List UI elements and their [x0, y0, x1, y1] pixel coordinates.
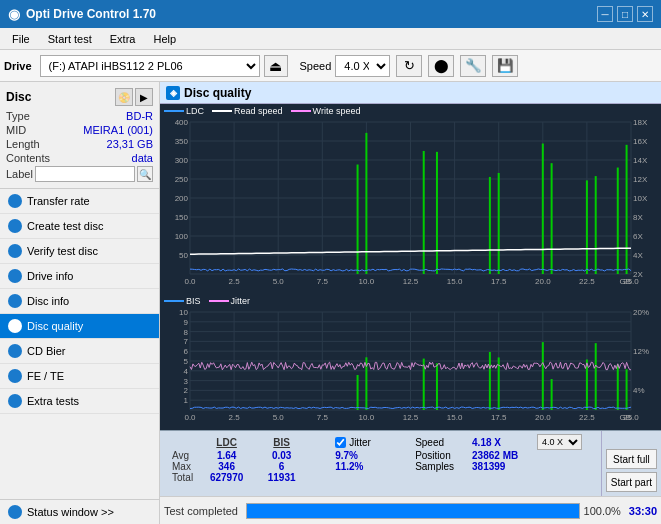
speed-current: 4.18 X	[466, 434, 531, 450]
dq-icon: ◈	[166, 86, 180, 100]
refresh-button[interactable]: ↻	[396, 55, 422, 77]
menu-extra[interactable]: Extra	[102, 31, 144, 47]
start-part-button[interactable]: Start part	[606, 472, 657, 492]
disc-icon-2[interactable]: ▶	[135, 88, 153, 106]
ldc-header: LDC	[199, 434, 254, 450]
app-icon: ◉	[8, 6, 20, 22]
drive-select[interactable]: (F:) ATAPI iHBS112 2 PL06	[40, 55, 260, 77]
position-value: 23862 MB	[466, 450, 531, 461]
menu-file[interactable]: File	[4, 31, 38, 47]
close-button[interactable]: ✕	[637, 6, 653, 22]
progress-bar-container	[246, 503, 580, 519]
stats-bar: LDC BIS Jitter Speed 4.18 X	[160, 430, 661, 496]
app-title: Opti Drive Control 1.70	[26, 7, 156, 21]
avg-jitter: 9.7%	[329, 450, 409, 461]
disc-icon-1[interactable]: 📀	[115, 88, 133, 106]
speed-select[interactable]: 4.0 X	[335, 55, 390, 77]
max-ldc: 346	[199, 461, 254, 472]
nav-disc-quality[interactable]: Disc quality	[0, 314, 159, 339]
label-input[interactable]	[35, 166, 135, 182]
nav-drive-info[interactable]: Drive info	[0, 264, 159, 289]
label-key: Label	[6, 168, 33, 180]
legend-ldc: LDC	[186, 106, 204, 116]
top-chart-container: LDC Read speed Write speed	[160, 104, 661, 294]
legend-read-speed: Read speed	[234, 106, 283, 116]
speed-test-select[interactable]: 4.0 X	[537, 434, 582, 450]
legend-jitter: Jitter	[231, 296, 251, 306]
type-label: Type	[6, 110, 30, 122]
avg-bis: 0.03	[254, 450, 309, 461]
top-chart-canvas	[160, 104, 661, 294]
menubar: File Start test Extra Help	[0, 28, 661, 50]
mid-value: MEIRA1 (001)	[83, 124, 153, 136]
nav-disc-info[interactable]: Disc info	[0, 289, 159, 314]
menu-help[interactable]: Help	[145, 31, 184, 47]
completion-percent: 100.0%	[584, 505, 621, 517]
disc-quality-header: ◈ Disc quality	[160, 82, 661, 104]
menu-start-test[interactable]: Start test	[40, 31, 100, 47]
settings-button2[interactable]: 🔧	[460, 55, 486, 77]
speed-label: Speed	[300, 60, 332, 72]
status-text: Test completed	[164, 505, 238, 517]
minimize-button[interactable]: ─	[597, 6, 613, 22]
max-jitter: 11.2%	[329, 461, 409, 472]
contents-label: Contents	[6, 152, 50, 164]
nav-transfer-rate[interactable]: Transfer rate	[0, 189, 159, 214]
total-label: Total	[166, 472, 199, 483]
eject-button[interactable]: ⏏	[264, 55, 288, 77]
nav-create-test-disc[interactable]: Create test disc	[0, 214, 159, 239]
samples-value: 381399	[466, 461, 531, 472]
save-button[interactable]: 💾	[492, 55, 518, 77]
main-content: ◈ Disc quality LDC Read speed	[160, 82, 661, 524]
type-value: BD-R	[126, 110, 153, 122]
nav-extra-tests[interactable]: Extra tests	[0, 389, 159, 414]
start-full-button[interactable]: Start full	[606, 449, 657, 469]
label-search-button[interactable]: 🔍	[137, 166, 153, 182]
total-bis: 11931	[254, 472, 309, 483]
bottom-chart-container: BIS Jitter	[160, 294, 661, 430]
avg-label: Avg	[166, 450, 199, 461]
jitter-checkbox[interactable]	[335, 437, 346, 448]
nav-fe-te[interactable]: FE / TE	[0, 364, 159, 389]
speed-header: Speed	[409, 434, 466, 450]
sidebar: Disc 📀 ▶ Type BD-R MID MEIRA1 (001) Leng…	[0, 82, 160, 524]
length-value: 23,31 GB	[107, 138, 153, 150]
jitter-label: Jitter	[349, 437, 371, 448]
bis-header: BIS	[254, 434, 309, 450]
contents-value: data	[132, 152, 153, 164]
disc-title: Disc	[6, 90, 31, 104]
dq-title: Disc quality	[184, 86, 251, 100]
settings-button1[interactable]: ⬤	[428, 55, 454, 77]
total-ldc: 627970	[199, 472, 254, 483]
legend-bis: BIS	[186, 296, 201, 306]
maximize-button[interactable]: □	[617, 6, 633, 22]
status-window-button[interactable]: Status window >>	[0, 499, 159, 524]
avg-ldc: 1.64	[199, 450, 254, 461]
max-label: Max	[166, 461, 199, 472]
length-label: Length	[6, 138, 40, 150]
bottom-chart-canvas	[160, 294, 661, 430]
nav-verify-test-disc[interactable]: Verify test disc	[0, 239, 159, 264]
progress-bar-fill	[247, 504, 579, 518]
titlebar: ◉ Opti Drive Control 1.70 ─ □ ✕	[0, 0, 661, 28]
max-bis: 6	[254, 461, 309, 472]
legend-write-speed: Write speed	[313, 106, 361, 116]
samples-label: Samples	[409, 461, 466, 472]
drive-label: Drive	[4, 60, 32, 72]
bottom-bar: Test completed 100.0% 33:30	[160, 496, 661, 524]
nav-cd-bier[interactable]: CD Bier	[0, 339, 159, 364]
mid-label: MID	[6, 124, 26, 136]
elapsed-time: 33:30	[629, 505, 657, 517]
position-label: Position	[409, 450, 466, 461]
drive-toolbar: Drive (F:) ATAPI iHBS112 2 PL06 ⏏ Speed …	[0, 50, 661, 82]
